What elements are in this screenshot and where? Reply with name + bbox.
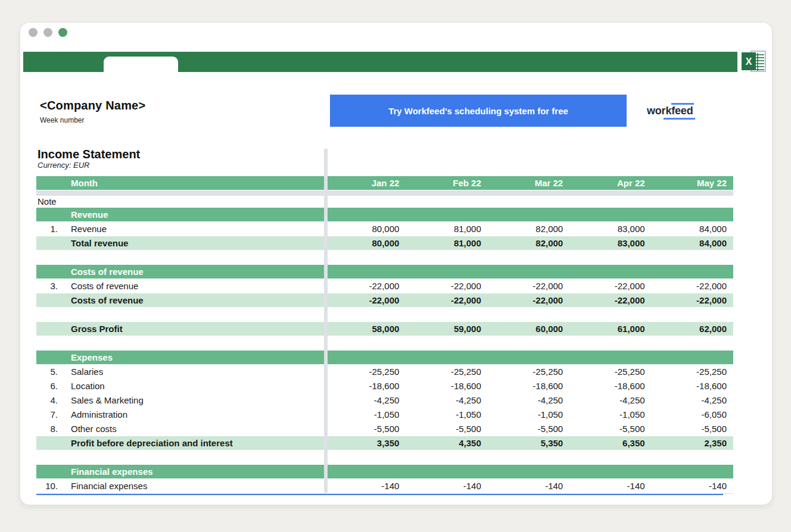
- note-cell: 3.: [36, 281, 63, 291]
- value-cell: Jan 22: [324, 178, 406, 188]
- note-cell: 10.: [36, 481, 63, 491]
- table-row-item: 8.Other costs-5,500-5,500-5,500-5,500-5,…: [36, 422, 733, 436]
- value-cell: -22,000: [652, 295, 733, 305]
- value-cell: -140: [324, 481, 406, 491]
- value-cell: -1,050: [406, 409, 487, 420]
- app-window: X <Company Name> Week number Try Workfee…: [20, 22, 773, 505]
- value-cell: 83,000: [569, 224, 651, 234]
- row-label: Financial expenses: [63, 481, 324, 491]
- row-label: Salaries: [63, 367, 324, 377]
- window-control-active[interactable]: [58, 28, 67, 37]
- row-label: Sales & Marketing: [63, 395, 324, 405]
- value-cell: -22,000: [324, 281, 406, 291]
- value-cell: 62,000: [652, 324, 733, 334]
- value-cell: -1,050: [569, 409, 651, 420]
- value-cell: -18,600: [569, 381, 651, 391]
- value-cell: -140: [652, 481, 733, 491]
- table-row-gap: [36, 336, 733, 350]
- row-label: Revenue: [63, 209, 324, 220]
- table-row-item: 1.Revenue80,00081,00082,00083,00084,000: [36, 222, 733, 236]
- value-cell: May 22: [652, 178, 733, 188]
- table-end: [36, 493, 733, 496]
- value-cell: 5,350: [488, 438, 569, 448]
- value-cell: -22,000: [569, 295, 651, 305]
- table-body: MonthJan 22Feb 22Mar 22Apr 22May 22NoteR…: [36, 176, 733, 493]
- value-cell: -4,250: [324, 395, 406, 405]
- value-cell: -140: [488, 481, 569, 491]
- column-divider: [324, 149, 328, 493]
- value-cell: 84,000: [652, 238, 733, 248]
- note-cell: 7.: [36, 409, 63, 420]
- value-cell: 81,000: [406, 224, 487, 234]
- value-cell: -5,500: [569, 424, 651, 434]
- value-cell: 58,000: [324, 324, 406, 334]
- value-cell: -22,000: [488, 281, 569, 291]
- table-row-item: 10.Financial expenses-140-140-140-140-14…: [36, 479, 733, 493]
- table-row-gap: [36, 308, 733, 321]
- note-cell: Note: [36, 196, 63, 206]
- browser-tab[interactable]: [104, 57, 178, 72]
- currency-note: Currency: EUR: [38, 161, 140, 170]
- value-cell: 82,000: [488, 224, 569, 234]
- value-cell: -140: [569, 481, 651, 491]
- table-row-total: Total revenue80,00081,00082,00083,00084,…: [36, 236, 733, 250]
- table-row-section: Financial expenses: [36, 465, 733, 478]
- row-label: Costs of revenue: [63, 295, 324, 305]
- value-cell: Mar 22: [488, 178, 569, 188]
- value-cell: -22,000: [406, 295, 487, 305]
- row-label: Profit before depreciation and interest: [63, 438, 324, 448]
- value-cell: -6,050: [652, 409, 733, 420]
- value-cell: -22,000: [488, 295, 569, 305]
- workfeed-logo: workfeed: [647, 105, 693, 117]
- bottom-blue-line: [36, 494, 723, 495]
- note-cell: 5.: [36, 367, 63, 377]
- value-cell: 4,350: [406, 438, 487, 448]
- income-statement-table: MonthJan 22Feb 22Mar 22Apr 22May 22NoteR…: [36, 176, 733, 496]
- value-cell: -22,000: [324, 295, 406, 305]
- value-cell: -22,000: [406, 281, 487, 291]
- table-row-total: Costs of revenue-22,000-22,000-22,000-22…: [36, 293, 733, 307]
- value-cell: -18,600: [488, 381, 569, 391]
- sheet-title-block: Income Statement Currency: EUR: [38, 148, 140, 170]
- table-row-section: Revenue: [36, 208, 733, 221]
- week-number-label: Week number: [40, 116, 145, 124]
- cta-button[interactable]: Try Workfeed's scheduling system for fre…: [330, 95, 627, 127]
- company-header: <Company Name> Week number: [40, 99, 145, 124]
- value-cell: -25,250: [324, 367, 406, 377]
- value-cell: -4,250: [652, 395, 733, 405]
- value-cell: -25,250: [488, 367, 569, 377]
- value-cell: -5,500: [652, 424, 733, 434]
- table-row-item: 4.Sales & Marketing-4,250-4,250-4,250-4,…: [36, 393, 733, 407]
- value-cell: -25,250: [652, 367, 733, 377]
- row-label: Other costs: [63, 424, 324, 434]
- note-cell: 6.: [36, 381, 63, 391]
- table-row-item: 6.Location-18,600-18,600-18,600-18,600-1…: [36, 379, 733, 393]
- value-cell: 61,000: [569, 324, 651, 334]
- value-cell: 2,350: [652, 438, 733, 448]
- logo-work: work: [647, 105, 671, 117]
- table-row-section: Expenses: [36, 351, 733, 364]
- value-cell: 60,000: [488, 324, 569, 334]
- page-title: Income Statement: [38, 148, 140, 161]
- table-row-item: 7.Administration-1,050-1,050-1,050-1,050…: [36, 408, 733, 421]
- value-cell: -4,250: [488, 395, 569, 405]
- window-control-maximize[interactable]: [43, 28, 52, 37]
- row-label: Revenue: [63, 224, 324, 234]
- value-cell: -5,500: [406, 424, 487, 434]
- table-row-total: Profit before depreciation and interest3…: [36, 436, 733, 450]
- row-label: Expenses: [63, 352, 324, 362]
- value-cell: 84,000: [652, 224, 733, 234]
- value-cell: -140: [406, 481, 487, 491]
- note-cell: 1.: [36, 224, 63, 234]
- row-label: Month: [63, 178, 324, 188]
- value-cell: Feb 22: [406, 178, 487, 188]
- excel-icon: X: [742, 50, 767, 73]
- row-label: Gross Profit: [63, 324, 324, 334]
- svg-text:X: X: [746, 57, 752, 67]
- window-controls: [29, 28, 67, 37]
- window-control-minimize[interactable]: [29, 28, 38, 37]
- value-cell: -25,250: [406, 367, 487, 377]
- value-cell: -18,600: [324, 381, 406, 391]
- note-cell: 4.: [36, 395, 63, 405]
- value-cell: -1,050: [488, 409, 569, 420]
